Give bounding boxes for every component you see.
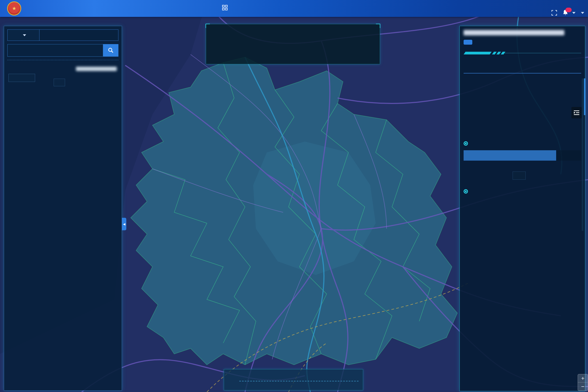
- notification-badge: [565, 8, 572, 12]
- pagination-page-input[interactable]: [513, 171, 526, 180]
- header-toolbar: [552, 9, 584, 16]
- filter-row: [7, 29, 118, 41]
- app-header: ★: [0, 0, 588, 17]
- fullscreen-icon[interactable]: [552, 10, 557, 16]
- app-root: ★: [0, 0, 588, 392]
- basic-info-blurred-section: [464, 78, 581, 136]
- scrollbar-track[interactable]: [582, 78, 583, 231]
- app-logo: ★: [7, 1, 21, 16]
- map-zoom-control: + −: [578, 374, 588, 391]
- bell-caret-icon[interactable]: [572, 12, 575, 14]
- user-caret-icon[interactable]: [581, 12, 584, 14]
- detail-pagination: [464, 171, 581, 180]
- region-caret-icon: [23, 34, 26, 36]
- sidebar-footer: [7, 63, 118, 87]
- search-input[interactable]: [7, 44, 103, 57]
- search-icon: [108, 47, 114, 53]
- company-list-sidebar: [4, 26, 122, 391]
- section-bullet-icon: [464, 189, 468, 194]
- col-hazard-name: [464, 150, 528, 161]
- sidebar-collapse-button[interactable]: ◀: [122, 218, 126, 230]
- seven-day-alarm-trend-chart: [464, 197, 581, 268]
- detail-tabs: [464, 73, 581, 74]
- pagination-page-input[interactable]: [54, 79, 65, 86]
- notification-bell[interactable]: [562, 9, 569, 16]
- search-button[interactable]: [103, 44, 118, 57]
- hazard-section-header: [464, 140, 581, 146]
- menu-arrow-icon: [573, 110, 580, 116]
- company-name-blurred: [464, 30, 564, 35]
- search-row: [7, 44, 118, 60]
- zoom-in-button[interactable]: +: [578, 374, 588, 382]
- company-detail-panel: [460, 26, 585, 391]
- col-status: [556, 150, 581, 161]
- 3d-tour-button[interactable]: [464, 40, 472, 45]
- section-bullet-icon: [464, 141, 468, 146]
- decorative-progress-bar: [464, 52, 581, 55]
- map-legend-panel: [224, 369, 363, 390]
- trend-section-header: [464, 188, 581, 194]
- stats-panel: [206, 24, 380, 64]
- sidebar-pagination: [7, 79, 118, 86]
- zoom-out-button[interactable]: −: [578, 382, 588, 390]
- hazard-table: [464, 150, 581, 161]
- sidebar-record-count-blurred: [76, 67, 117, 71]
- chart-plot: [464, 213, 582, 268]
- panel-toggle-button[interactable]: [571, 107, 582, 118]
- col-level: [528, 150, 556, 161]
- region-dropdown[interactable]: [8, 30, 39, 41]
- region-value-input[interactable]: [39, 30, 118, 41]
- scrollbar-thumb[interactable]: [584, 78, 586, 115]
- grid-icon: [222, 5, 228, 10]
- legend-dashed-line: [239, 381, 359, 381]
- legend-items: [238, 370, 360, 389]
- system-nav-button[interactable]: [222, 5, 230, 10]
